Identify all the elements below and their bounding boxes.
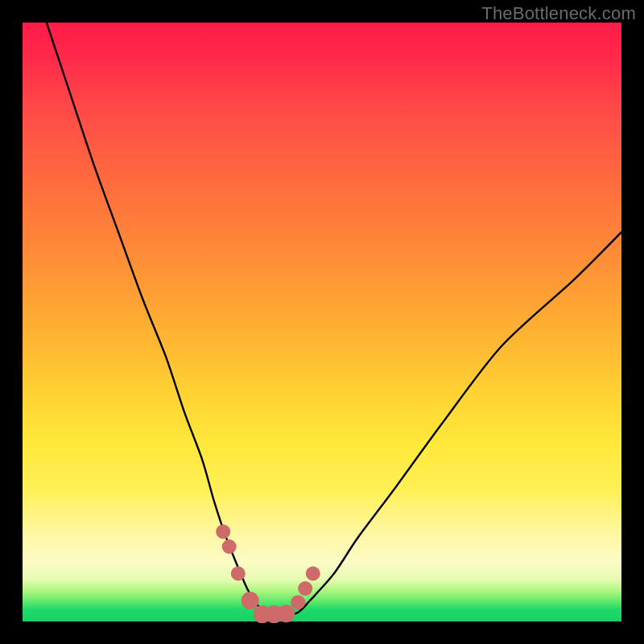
highlight-dot: [231, 567, 246, 581]
highlight-dot: [216, 524, 230, 539]
highlight-dot: [242, 592, 259, 609]
plot-area: [23, 23, 621, 621]
highlight-dot: [222, 539, 237, 554]
highlight-dot: [277, 605, 295, 622]
bottleneck-curve: [47, 23, 621, 616]
highlight-dot: [306, 567, 320, 581]
watermark-text: TheBottleneck.com: [481, 3, 636, 24]
curve-layer: [23, 23, 621, 621]
highlight-dot: [298, 581, 312, 596]
chart-frame: TheBottleneck.com: [0, 0, 644, 644]
highlight-dots: [216, 524, 320, 623]
highlight-dot: [291, 595, 305, 609]
